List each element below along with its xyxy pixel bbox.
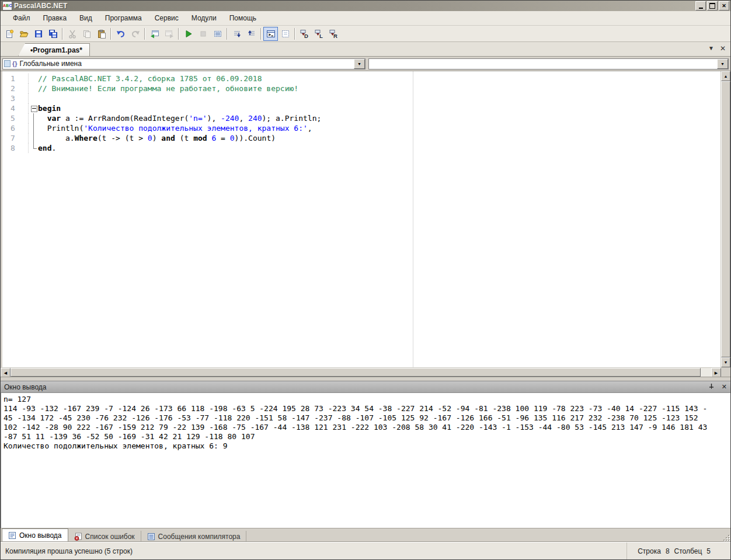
navigator-bar: {} Глобальные имена ▼ ▼ — [1, 57, 730, 71]
code-line: 6 Println('Количество подолжительных эле… — [2, 123, 720, 133]
fold-gutter — [30, 84, 38, 93]
output-panel-header[interactable]: Окно вывода ✕ — [1, 381, 730, 393]
code-line: 4begin — [2, 103, 720, 113]
horizontal-scroll-thumb[interactable] — [11, 368, 701, 377]
tab-close-icon[interactable]: ✕ — [720, 45, 726, 52]
scope-combobox[interactable]: {} Глобальные имена ▼ — [2, 58, 365, 69]
member-combobox[interactable]: ▼ — [368, 58, 729, 69]
output-panel-title: Окно вывода — [4, 383, 47, 391]
toolbar-separator — [178, 28, 179, 40]
menu-service[interactable]: Сервис — [148, 12, 185, 24]
error-list-icon — [74, 533, 82, 541]
window-forward-button — [162, 27, 176, 41]
output-panel: Окно вывода ✕ n= 127114 -93 -132 -167 23… — [1, 381, 730, 542]
toolbar: D L R — [1, 26, 730, 42]
goto-lines-prev-button[interactable] — [244, 27, 259, 41]
fold-gutter — [30, 123, 38, 133]
menu-edit[interactable]: Правка — [37, 12, 74, 24]
fold-collapse-icon[interactable] — [30, 103, 38, 113]
run-button[interactable] — [181, 27, 196, 41]
toolbar-separator — [260, 28, 262, 40]
toolbar-separator — [294, 28, 295, 40]
paste-button[interactable] — [94, 27, 109, 41]
column-label: Столбец — [674, 547, 702, 555]
minimize-button[interactable] — [695, 1, 706, 11]
code-area[interactable]: 1// PascalABC.NET 3.4.2, сборка 1785 от … — [2, 71, 720, 367]
scroll-down-arrow[interactable]: ▼ — [721, 357, 730, 367]
document-tab-strip: •Program1.pas* ▼ ✕ — [1, 42, 730, 57]
close-button[interactable]: ✕ — [719, 1, 729, 11]
line-number: 8 — [2, 143, 29, 153]
code-line: 5 var a := ArrRandom(ReadInteger('n='), … — [2, 113, 720, 123]
maximize-button[interactable] — [707, 1, 718, 11]
panel-dotted-button[interactable] — [278, 27, 293, 41]
new-file-button[interactable] — [2, 27, 16, 41]
goto-lines-next-button[interactable] — [229, 27, 244, 41]
dock-right-button[interactable]: R — [326, 27, 341, 41]
scrollbar-corner — [721, 368, 730, 377]
vertical-scrollbar[interactable]: ▲ ▼ — [720, 71, 730, 367]
output-close-icon[interactable]: ✕ — [722, 384, 727, 390]
tab-output-window[interactable]: Окно вывода — [2, 528, 68, 542]
menu-help[interactable]: Помощь — [223, 12, 263, 24]
scroll-up-arrow[interactable]: ▲ — [721, 71, 730, 81]
code-text: // Внимание! Если программа не работает,… — [38, 84, 298, 93]
output-line: 114 -93 -132 -167 239 -7 -124 26 -173 66… — [4, 404, 728, 413]
copy-button — [79, 27, 94, 41]
scope-chip-icon — [4, 60, 11, 67]
output-line: 45 -134 172 -45 230 -76 232 -126 -176 -5… — [4, 413, 728, 423]
cut-button — [65, 27, 79, 41]
right-margin-line — [413, 71, 413, 367]
app-icon: ABC — [2, 1, 12, 11]
vertical-scroll-thumb[interactable] — [721, 81, 730, 357]
tab-compiler-messages[interactable]: Сообщения компилятора — [141, 531, 247, 542]
console-window-button[interactable] — [263, 27, 278, 41]
tab-label: Список ошибок — [85, 533, 135, 541]
menu-modules[interactable]: Модули — [185, 12, 223, 24]
status-message: Компиляция прошла успешно (5 строк) — [1, 547, 626, 555]
code-text: end. — [38, 143, 56, 153]
toolbar-separator — [144, 28, 145, 40]
open-folder-button[interactable] — [16, 27, 31, 41]
title-bar[interactable]: ABC PascalABC.NET ✕ — [1, 1, 730, 11]
output-area[interactable]: n= 127114 -93 -132 -167 239 -7 -124 26 -… — [1, 393, 730, 528]
scope-dropdown-arrow[interactable]: ▼ — [354, 59, 365, 69]
fold-gutter — [30, 93, 38, 103]
document-tab-program1[interactable]: •Program1.pas* — [18, 43, 90, 56]
scroll-track[interactable] — [701, 368, 711, 377]
line-number: 3 — [2, 93, 29, 103]
window-back-button[interactable] — [147, 27, 162, 41]
save-button[interactable] — [31, 27, 46, 41]
resize-grip[interactable] — [722, 534, 729, 541]
code-text: var a := ArrRandom(ReadInteger('n='), -2… — [38, 113, 321, 123]
save-all-button[interactable] — [46, 27, 60, 41]
output-line: n= 127 — [4, 395, 728, 404]
scope-value: Глобальные имена — [20, 60, 82, 68]
svg-text:D: D — [304, 32, 308, 39]
dock-left-button[interactable]: L — [312, 27, 326, 41]
horizontal-scrollbar[interactable]: ◀ ▶ — [1, 367, 730, 377]
caret-position: Строка 8 Столбец 5 — [626, 542, 730, 559]
tab-error-list[interactable]: Список ошибок — [68, 531, 141, 542]
code-line: 2// Внимание! Если программа не работает… — [2, 84, 720, 93]
panel-splitter[interactable] — [1, 377, 730, 381]
tab-list-dropdown-icon[interactable]: ▼ — [708, 46, 714, 51]
app-window: ABC PascalABC.NET ✕ Файл Правка Вид Прог… — [0, 0, 731, 560]
redo-button — [128, 27, 142, 41]
build-grid-button[interactable] — [210, 27, 225, 41]
dock-bottom-button[interactable]: D — [297, 27, 312, 41]
pin-icon[interactable] — [708, 383, 715, 391]
menu-view[interactable]: Вид — [73, 12, 99, 24]
toolbar-separator — [62, 28, 63, 40]
menu-program[interactable]: Программа — [99, 12, 148, 24]
line-label: Строка — [638, 547, 661, 555]
undo-button[interactable] — [113, 27, 128, 41]
column-value: 5 — [706, 547, 711, 555]
stop-button — [196, 27, 210, 41]
tab-label: Окно вывода — [19, 531, 62, 540]
member-dropdown-arrow[interactable]: ▼ — [717, 59, 728, 69]
code-text: // PascalABC.NET 3.4.2, сборка 1785 от 0… — [38, 74, 262, 84]
line-number: 6 — [2, 123, 29, 133]
menu-file[interactable]: Файл — [6, 12, 37, 24]
svg-text:R: R — [333, 32, 337, 39]
